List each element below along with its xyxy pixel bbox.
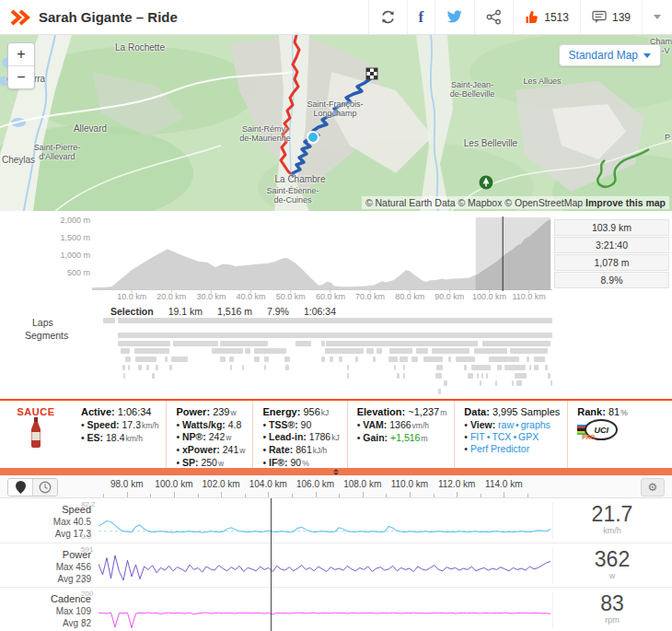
segment-bar[interactable] bbox=[444, 380, 447, 386]
segment-bar[interactable] bbox=[245, 348, 250, 354]
segment-bar[interactable] bbox=[394, 365, 396, 370]
refresh-button[interactable] bbox=[368, 0, 407, 34]
segment-bar[interactable] bbox=[373, 356, 377, 362]
chart-settings-button[interactable]: ⚙ bbox=[641, 478, 665, 497]
speed-chart-row[interactable]: Speed Max 40.5 Avg 17.3 82.2 0.0 21.7 km… bbox=[0, 498, 672, 543]
segment-bar[interactable] bbox=[534, 365, 539, 370]
zoom-out-button[interactable]: − bbox=[8, 66, 34, 88]
segment-bar[interactable] bbox=[125, 356, 131, 362]
segment-bar[interactable] bbox=[403, 373, 405, 379]
segment-bar[interactable] bbox=[242, 365, 244, 370]
segment-bar[interactable] bbox=[477, 373, 479, 379]
segment-bar[interactable] bbox=[512, 380, 514, 386]
segment-bar[interactable] bbox=[230, 365, 232, 370]
segment-bar[interactable] bbox=[229, 356, 235, 362]
segment-bar[interactable] bbox=[355, 356, 359, 362]
segment-bar[interactable] bbox=[464, 365, 467, 370]
sauce-link[interactable]: FIT bbox=[470, 431, 485, 442]
segment-bar[interactable] bbox=[339, 356, 342, 362]
segment-bar[interactable] bbox=[545, 365, 548, 370]
segment-bar[interactable] bbox=[123, 373, 125, 379]
segment-bar[interactable] bbox=[156, 365, 159, 370]
segment-bar[interactable] bbox=[397, 373, 399, 379]
segment-bar[interactable] bbox=[516, 380, 522, 386]
segment-bar[interactable] bbox=[486, 373, 488, 379]
lap-bar[interactable] bbox=[103, 318, 115, 323]
segment-bar[interactable] bbox=[118, 333, 552, 338]
segment-bar[interactable] bbox=[495, 380, 497, 386]
sauce-link[interactable]: raw bbox=[498, 419, 514, 430]
position-marker[interactable] bbox=[307, 132, 319, 143]
share-button[interactable] bbox=[474, 0, 513, 34]
time-axis-button[interactable] bbox=[32, 479, 57, 496]
segment-bar[interactable] bbox=[400, 356, 408, 362]
segment-bar[interactable] bbox=[128, 365, 130, 370]
segment-bar[interactable] bbox=[416, 348, 428, 354]
segment-bar[interactable] bbox=[548, 373, 550, 379]
segment-bar[interactable] bbox=[481, 373, 483, 379]
segment-bar[interactable] bbox=[254, 356, 260, 362]
twitter-share-button[interactable] bbox=[434, 0, 474, 34]
segment-bar[interactable] bbox=[285, 365, 289, 370]
segment-bar[interactable] bbox=[432, 348, 469, 354]
distance-axis-button[interactable] bbox=[8, 479, 32, 496]
segment-bar[interactable] bbox=[134, 348, 169, 354]
segment-bar[interactable] bbox=[325, 348, 364, 354]
sauce-link[interactable]: GPX bbox=[518, 431, 539, 442]
segment-bar[interactable] bbox=[377, 348, 382, 354]
segment-bar[interactable] bbox=[284, 356, 290, 362]
segment-bar[interactable] bbox=[254, 348, 286, 354]
segment-bar[interactable] bbox=[489, 356, 519, 362]
segment-bar[interactable] bbox=[121, 348, 130, 354]
segment-bar[interactable] bbox=[389, 348, 412, 354]
segment-bar[interactable] bbox=[497, 365, 502, 370]
lap-bar[interactable] bbox=[118, 318, 552, 323]
segment-bar[interactable] bbox=[171, 356, 187, 362]
segment-bar[interactable] bbox=[423, 356, 443, 362]
power-chart-row[interactable]: Power Max 456 Avg 239 591 0 362 w bbox=[0, 543, 672, 587]
segment-bar[interactable] bbox=[326, 341, 478, 346]
elevation-profile[interactable]: 2,000 m1,500 m1,000 m500 m 10.0 km20.0 k… bbox=[0, 211, 672, 304]
segment-bar[interactable] bbox=[529, 365, 531, 370]
segment-bar[interactable] bbox=[330, 356, 333, 362]
segment-bar[interactable] bbox=[152, 373, 155, 379]
segment-bar[interactable] bbox=[321, 341, 325, 346]
segment-bar[interactable] bbox=[510, 348, 548, 354]
segment-bar[interactable] bbox=[321, 356, 325, 362]
panel-resize-handle[interactable] bbox=[0, 468, 672, 475]
segment-bar[interactable] bbox=[438, 389, 441, 394]
segment-bar[interactable] bbox=[474, 348, 507, 354]
segment-bar[interactable] bbox=[169, 365, 173, 370]
segment-bar[interactable] bbox=[456, 356, 475, 362]
segment-bar[interactable] bbox=[550, 380, 552, 386]
segment-bar[interactable] bbox=[165, 356, 168, 362]
zoom-in-button[interactable]: + bbox=[8, 43, 34, 66]
segment-bar[interactable] bbox=[264, 356, 270, 362]
segment-bar[interactable] bbox=[403, 365, 405, 370]
sauce-link[interactable]: Perf Predictor bbox=[470, 443, 529, 454]
improve-map-link[interactable]: Improve this map bbox=[585, 197, 666, 208]
segment-bar[interactable] bbox=[515, 373, 527, 379]
facebook-share-button[interactable]: f bbox=[407, 0, 435, 34]
segment-bar[interactable] bbox=[448, 356, 452, 362]
segment-bar[interactable] bbox=[504, 365, 526, 370]
segment-bar[interactable] bbox=[388, 356, 398, 362]
segment-bar[interactable] bbox=[146, 365, 149, 370]
segment-bar[interactable] bbox=[482, 341, 550, 346]
cadence-chart-row[interactable]: Cadence Max 109 Avg 82 200 0 83 rpm bbox=[0, 587, 672, 631]
segment-bar[interactable] bbox=[411, 356, 418, 362]
sauce-link[interactable]: TCX bbox=[492, 431, 511, 442]
segment-bar[interactable] bbox=[468, 373, 473, 379]
segment-bar[interactable] bbox=[138, 365, 143, 370]
segment-bar[interactable] bbox=[534, 356, 545, 362]
segment-bar[interactable] bbox=[471, 365, 491, 370]
segment-bar[interactable] bbox=[527, 356, 530, 362]
header-menu-button[interactable] bbox=[642, 0, 672, 34]
segment-bar[interactable] bbox=[173, 341, 217, 346]
map-style-dropdown[interactable]: Standard Map bbox=[559, 44, 661, 66]
route-map[interactable]: La RochetteontcharraAllevardSaint-Pierre… bbox=[0, 35, 672, 212]
segment-bar[interactable] bbox=[118, 341, 170, 346]
segment-bar[interactable] bbox=[295, 341, 311, 346]
segment-bar[interactable] bbox=[220, 341, 268, 346]
segment-bar[interactable] bbox=[212, 348, 243, 354]
